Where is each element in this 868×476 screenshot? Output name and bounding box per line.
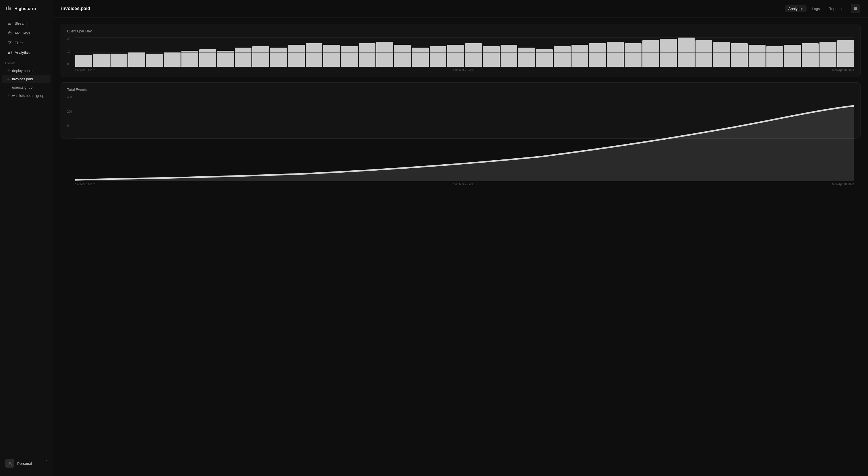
bar-item — [164, 52, 181, 67]
bar-item — [802, 43, 818, 67]
svg-rect-10 — [11, 51, 11, 54]
sidebar-event-invoices-paid-label: invoices.paid — [12, 77, 33, 81]
bar-item — [554, 46, 570, 67]
svg-rect-1 — [8, 6, 9, 10]
api-keys-icon — [7, 31, 12, 35]
bar-item — [306, 43, 322, 67]
sidebar-event-deployments-label: deployments — [12, 69, 32, 73]
sidebar-event-deployments[interactable]: # deployments — [2, 67, 51, 75]
bar-item — [75, 55, 92, 67]
grid-line-top — [75, 37, 854, 38]
user-name: Personal — [17, 462, 42, 466]
bar-item — [394, 45, 411, 67]
bar-item — [837, 40, 854, 67]
sidebar-item-filter-label: Filter — [14, 41, 23, 45]
bar-chart-x-labels: Sat Mar 11 2023 Sun Mar 26 2023 Mon Apr … — [75, 67, 854, 72]
area-chart-container: 400 200 0 — [67, 96, 854, 133]
events-per-day-card: Events per Day 20 10 0 — [61, 24, 861, 77]
bar-item — [642, 40, 659, 67]
bar-item — [181, 51, 198, 67]
bar-y-label-20: 20 — [67, 37, 70, 40]
bar-item — [235, 47, 252, 67]
sidebar: Highstorm Stream API Keys Filter — [0, 0, 53, 476]
bar-item — [465, 43, 482, 67]
svg-rect-8 — [8, 53, 9, 54]
bar-item — [376, 42, 393, 67]
bar-item — [713, 42, 730, 67]
sidebar-item-analytics-label: Analytics — [14, 50, 30, 55]
sidebar-event-waitlists-label: waitlists.beta.signup — [12, 94, 44, 98]
bar-item — [412, 47, 429, 67]
area-y-label-200: 200 — [67, 110, 72, 113]
tab-reports[interactable]: Reports — [825, 5, 845, 12]
svg-rect-0 — [6, 7, 7, 10]
filter-icon — [7, 40, 12, 45]
svg-rect-3 — [8, 22, 11, 22]
sidebar-event-invoices-paid[interactable]: # invoices.paid — [2, 75, 51, 83]
sidebar-item-api-keys-label: API Keys — [14, 31, 30, 35]
bar-item — [749, 45, 766, 67]
sidebar-item-analytics[interactable]: Analytics — [2, 48, 51, 57]
page-header: invoices.paid Analytics Logs Reports — [53, 0, 868, 18]
bar-x-label-start: Sat Mar 11 2023 — [75, 69, 96, 72]
bar-chart-container: 20 10 0 Sat Mar 11 2023 Sun Mar — [67, 37, 854, 72]
bar-item — [217, 51, 234, 67]
bar-item — [270, 47, 287, 67]
sidebar-item-stream[interactable]: Stream — [2, 19, 51, 28]
bar-item — [625, 43, 642, 67]
svg-rect-6 — [8, 32, 11, 34]
highstorm-logo-icon — [5, 5, 11, 11]
bar-item — [518, 47, 535, 67]
bar-item — [731, 43, 748, 67]
sidebar-logo[interactable]: Highstorm — [0, 5, 53, 19]
sidebar-item-filter[interactable]: Filter — [2, 38, 51, 47]
svg-rect-14 — [854, 9, 857, 10]
area-y-label-400: 400 — [67, 96, 72, 99]
header-tabs: Analytics Logs Reports — [785, 5, 845, 12]
grid-line-mid — [75, 52, 854, 53]
bar-item — [571, 45, 588, 67]
hash-icon-users-signup: # — [7, 85, 9, 90]
sidebar-item-api-keys[interactable]: API Keys — [2, 28, 51, 38]
tab-logs[interactable]: Logs — [808, 5, 823, 12]
area-x-label-start: Sat Mar 11 2023 — [75, 183, 96, 186]
bar-item — [288, 45, 305, 67]
area-chart-title: Total Events — [67, 88, 854, 92]
area-fill — [75, 106, 854, 181]
chevron-updown-icon: ⌃⌄ — [45, 460, 48, 467]
hash-icon-invoices-paid: # — [7, 77, 9, 81]
bar-item — [323, 45, 340, 67]
bar-item — [607, 42, 624, 67]
bar-chart-title: Events per Day — [67, 29, 854, 33]
bar-item — [199, 49, 216, 67]
page-title: invoices.paid — [61, 6, 779, 11]
bar-y-label-0: 0 — [67, 63, 70, 66]
bar-item — [819, 42, 836, 67]
sidebar-item-stream-label: Stream — [14, 21, 27, 26]
bar-chart-bars — [75, 37, 854, 67]
stream-icon — [7, 21, 12, 26]
bar-item — [766, 46, 783, 67]
bar-x-label-mid: Sun Mar 26 2023 — [453, 69, 475, 72]
sidebar-event-waitlists[interactable]: # waitlists.beta.signup — [2, 92, 51, 100]
bar-item — [111, 54, 127, 67]
charts-area: Events per Day 20 10 0 — [53, 18, 868, 476]
hash-icon-deployments: # — [7, 69, 9, 73]
bar-item — [536, 49, 553, 67]
area-chart-svg-area — [75, 96, 854, 181]
area-x-label-end: Mon Apr 10 2023 — [832, 183, 854, 186]
sidebar-user-footer[interactable]: Personal ⌃⌄ — [0, 455, 53, 471]
app-name: Highstorm — [14, 6, 36, 11]
bar-item — [447, 45, 464, 67]
area-x-label-mid: Sun Mar 26 2023 — [453, 183, 475, 186]
user-avatar — [5, 459, 14, 468]
sidebar-event-users-signup[interactable]: # users.signup — [2, 83, 51, 92]
header-menu-button[interactable] — [851, 4, 860, 13]
bar-item — [128, 52, 145, 67]
svg-rect-12 — [854, 7, 857, 8]
bar-y-label-10: 10 — [67, 50, 70, 53]
svg-rect-5 — [8, 24, 11, 25]
tab-analytics[interactable]: Analytics — [785, 5, 807, 12]
bar-item — [93, 54, 110, 67]
svg-rect-4 — [8, 23, 11, 24]
